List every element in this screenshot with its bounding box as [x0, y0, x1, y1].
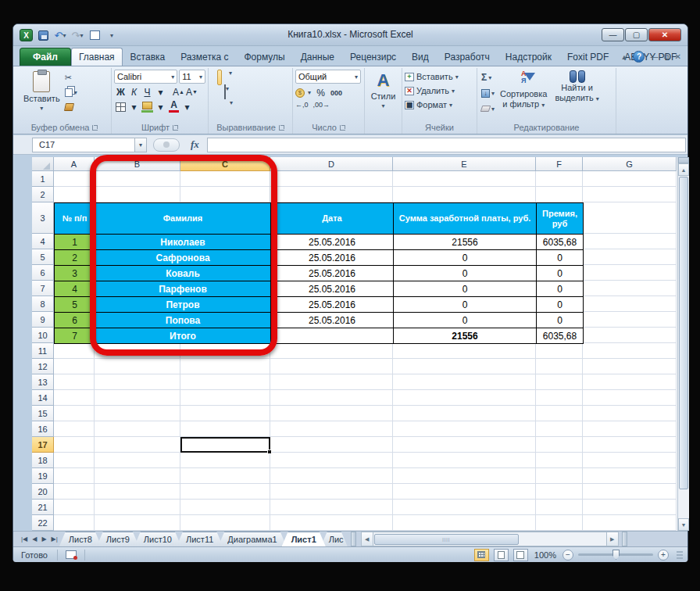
align-right-button[interactable] — [217, 85, 220, 99]
grid-cell[interactable] — [536, 187, 583, 202]
grid-cell[interactable] — [583, 484, 677, 500]
styles-button[interactable]: А Стили ▾ — [367, 70, 399, 111]
close-button[interactable]: ✕ — [648, 28, 681, 41]
row-header[interactable]: 3 — [32, 202, 54, 234]
grid-cell[interactable] — [583, 468, 677, 484]
grid-cell[interactable] — [180, 421, 270, 437]
horizontal-scrollbar[interactable]: ◀ |||| ▶ — [361, 532, 619, 546]
grid-cell[interactable] — [393, 500, 536, 515]
font-color-button[interactable]: А — [167, 100, 180, 113]
row-header[interactable]: 19 — [32, 468, 54, 484]
grid-cell[interactable] — [393, 390, 536, 406]
sheet-tab[interactable]: Лист11 — [177, 532, 223, 546]
grid-cell[interactable] — [270, 187, 393, 202]
grid-cell[interactable] — [270, 359, 393, 374]
comma-format-button[interactable]: 000 — [330, 89, 342, 97]
last-sheet-icon[interactable]: ▶| — [52, 535, 58, 543]
grid-cell[interactable] — [180, 468, 270, 484]
cell-f9[interactable]: 0 — [537, 313, 584, 328]
sheet-tab[interactable]: Лист10 — [134, 532, 181, 546]
header-cell-bonus[interactable]: Премия, руб — [537, 203, 584, 235]
fill-color-dropdown-icon[interactable]: ▾ — [154, 100, 167, 113]
row-header[interactable]: 13 — [32, 374, 54, 390]
grid-cell[interactable] — [583, 234, 677, 249]
grid-cell[interactable] — [54, 406, 95, 421]
scroll-left-icon[interactable]: ◀ — [362, 532, 373, 546]
page-layout-view-button[interactable] — [494, 549, 509, 561]
dialog-launcher-icon[interactable] — [92, 125, 98, 131]
cell-e9[interactable]: 0 — [394, 313, 537, 328]
column-header[interactable]: A — [54, 157, 95, 171]
sheet-tab[interactable]: Лист9 — [97, 532, 139, 546]
vertical-scrollbar[interactable]: ▲ ▼ — [677, 157, 689, 531]
grid-cell[interactable] — [180, 359, 270, 374]
header-cell-date[interactable]: Дата — [271, 203, 394, 235]
horizontal-scroll-thumb[interactable]: |||| — [374, 534, 519, 545]
grid-cell[interactable] — [180, 484, 270, 500]
next-sheet-icon[interactable]: ▶ — [41, 535, 46, 543]
grid-cell[interactable] — [95, 468, 180, 484]
row-header[interactable]: 18 — [32, 453, 54, 468]
grid-cell[interactable] — [270, 437, 393, 453]
grid-cell[interactable] — [536, 484, 583, 500]
grid-cell[interactable] — [95, 374, 180, 390]
fill-color-button[interactable] — [141, 100, 154, 113]
grid-cell[interactable] — [393, 484, 536, 500]
grid-cell[interactable] — [583, 421, 677, 437]
row-header[interactable]: 22 — [32, 515, 54, 531]
cell-e10[interactable]: 21556 — [394, 328, 537, 344]
cell-e7[interactable]: 0 — [394, 281, 537, 297]
cell-d9[interactable]: 25.05.2016 — [271, 313, 394, 328]
grid-cell[interactable] — [95, 453, 180, 468]
italic-button[interactable]: К — [127, 85, 141, 98]
cell-f4[interactable]: 6035,68 — [537, 235, 584, 250]
grid-cell[interactable] — [54, 390, 95, 406]
grid-cell[interactable] — [270, 453, 393, 468]
tab-split-handle[interactable] — [351, 532, 356, 546]
grid-cell[interactable] — [54, 515, 95, 531]
autosum-button[interactable]: Σ▾ — [481, 71, 495, 84]
column-header[interactable]: F — [536, 157, 583, 171]
grid-cell[interactable] — [180, 453, 270, 468]
font-name-select[interactable]: Calibri▾ — [114, 70, 177, 84]
grid-cell[interactable] — [536, 406, 583, 421]
grid-cell[interactable] — [583, 437, 677, 453]
grid-cell[interactable] — [54, 421, 95, 437]
grid-cell[interactable] — [583, 343, 677, 359]
grid-cell[interactable] — [270, 500, 393, 515]
format-painter-icon[interactable] — [65, 101, 77, 113]
page-break-view-button[interactable] — [513, 549, 528, 561]
tab-formulas[interactable]: Формулы — [236, 48, 292, 66]
find-select-button[interactable]: Найти и выделить ▾ — [551, 70, 602, 116]
zoom-slider[interactable] — [578, 553, 653, 556]
cell-e5[interactable]: 0 — [394, 250, 537, 266]
grid-cell[interactable] — [536, 468, 583, 484]
increase-decimal-button[interactable]: ←,0 — [295, 101, 309, 109]
doc-close-icon[interactable]: ✕ — [675, 52, 681, 61]
dialog-launcher-icon[interactable] — [173, 125, 178, 131]
tab-page-layout[interactable]: Разметка с — [173, 48, 236, 66]
help-icon[interactable]: ? — [633, 51, 645, 63]
tab-insert[interactable]: Вставка — [123, 48, 173, 66]
tab-review[interactable]: Рецензирс — [342, 48, 404, 66]
grid-cell[interactable] — [393, 343, 536, 359]
row-header[interactable]: 16 — [32, 421, 54, 437]
underline-dropdown-icon[interactable]: ▾ — [154, 85, 167, 98]
row-header[interactable]: 8 — [32, 296, 54, 312]
grid-cell[interactable] — [536, 500, 583, 515]
grid-cell[interactable] — [583, 453, 677, 468]
cell-e8[interactable]: 0 — [394, 297, 537, 313]
grid-cell[interactable] — [393, 374, 536, 390]
align-bottom-button[interactable] — [217, 70, 222, 85]
cell-d4[interactable]: 25.05.2016 — [271, 235, 394, 250]
maximize-button[interactable]: ▢ — [625, 28, 648, 41]
cell-f7[interactable]: 0 — [537, 281, 584, 297]
currency-format-icon[interactable]: $ — [295, 88, 305, 98]
formula-input[interactable] — [207, 138, 686, 152]
grid-cell[interactable] — [583, 249, 677, 265]
collapse-ribbon-icon[interactable]: ▲ — [621, 53, 628, 61]
tab-file[interactable]: Файл — [20, 48, 71, 66]
row-header[interactable]: 15 — [32, 406, 54, 421]
format-cells-button[interactable]: ▦Формат▾ — [405, 98, 474, 112]
fx-icon[interactable]: fx — [191, 138, 199, 151]
